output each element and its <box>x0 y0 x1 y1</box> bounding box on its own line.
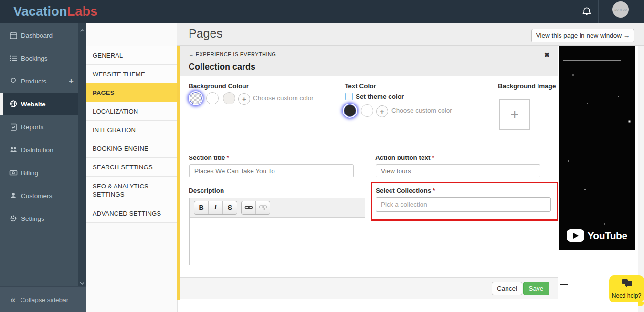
scroll-down-icon[interactable] <box>79 279 85 282</box>
subnav-item-localization[interactable]: LOCALIZATION <box>86 102 177 121</box>
avatar-placeholder-text: 30 x 30 <box>614 8 627 12</box>
collapse-sidebar-label: Collapse sidebar <box>21 296 69 303</box>
italic-button[interactable]: I <box>209 201 223 214</box>
video-divider-line <box>563 60 621 61</box>
collection-cards-panel: ← EXPERIENCE IS EVERYTHING Collection ca… <box>177 46 558 300</box>
subnav-item-seo-analytics-settings[interactable]: SEO & ANALYTICS SETTINGS <box>86 177 177 204</box>
list-icon <box>9 54 18 62</box>
label-text: Section title <box>189 154 225 161</box>
subnav-item-website-theme[interactable]: WEBSITE THEME <box>86 65 177 83</box>
youtube-play-icon <box>567 229 584 242</box>
text-color-add-button[interactable]: + <box>376 105 388 117</box>
panel-header: ← EXPERIENCE IS EVERYTHING Collection ca… <box>180 46 558 76</box>
save-button[interactable]: Save <box>523 282 549 295</box>
subnav-item-general[interactable]: GENERAL <box>86 46 177 65</box>
panel-title: Collection cards <box>189 62 255 72</box>
bg-colour-add-button[interactable]: + <box>238 93 250 105</box>
vacationlabs-logo[interactable]: VacationLabs <box>13 0 97 23</box>
panel-footer: Cancel Save <box>180 277 558 299</box>
sidebar-item-reports[interactable]: Reports <box>0 115 86 138</box>
cancel-button[interactable]: Cancel <box>492 282 522 295</box>
label-text: Action button text <box>375 154 430 161</box>
required-asterisk: * <box>432 154 434 161</box>
description-text-area[interactable] <box>190 218 365 265</box>
sidebar-item-settings[interactable]: Settings <box>0 207 86 230</box>
notifications-bell-icon[interactable] <box>581 6 593 18</box>
section-title-input[interactable] <box>189 164 354 177</box>
action-button-text-input[interactable] <box>376 164 540 177</box>
section-title-label: Section title* <box>189 154 229 161</box>
text-color-swatch-white[interactable] <box>361 104 373 117</box>
text-color-choose-custom-label[interactable]: Choose custom color <box>391 107 452 114</box>
strikethrough-button[interactable]: S <box>223 201 237 214</box>
bg-colour-swatch-transparent[interactable] <box>190 92 202 104</box>
subnav-item-pages[interactable]: PAGES <box>86 83 177 102</box>
topbar-divider <box>598 0 599 23</box>
set-theme-color-checkbox[interactable] <box>345 93 353 100</box>
upload-divider-bottom <box>498 135 533 135</box>
sidebar-item-billing[interactable]: Billing <box>0 161 86 184</box>
bg-colour-swatch-white[interactable] <box>206 92 219 104</box>
select-collections-input[interactable] <box>376 197 551 212</box>
sidebar-scrollbar[interactable] <box>78 23 86 286</box>
bold-button[interactable]: B <box>194 201 209 214</box>
sidebar-item-dashboard[interactable]: Dashboard <box>0 24 86 47</box>
unlink-icon[interactable] <box>256 201 270 214</box>
chat-bubble-front: … <box>625 281 632 286</box>
subnav-label: INTEGRATION <box>93 126 136 134</box>
scroll-up-icon[interactable] <box>79 26 85 30</box>
subnav-label: ADVANCED SETTINGS <box>93 210 161 217</box>
select-collections-label: Select Collections* <box>376 187 435 194</box>
action-button-text-label: Action button text* <box>375 154 434 161</box>
bg-colour-swatch-lightgray[interactable] <box>223 92 235 104</box>
subnav-label: SEARCH SETTINGS <box>93 164 153 171</box>
page-title: Pages <box>189 27 222 41</box>
sidebar-item-products[interactable]: Products + <box>0 70 86 93</box>
plus-icon: + <box>510 106 519 123</box>
chat-bubbles-icon: … <box>622 279 633 288</box>
youtube-video-embed[interactable]: YouTube <box>559 46 635 250</box>
sidebar-item-label: Settings <box>21 215 44 222</box>
link-icon[interactable] <box>242 201 256 214</box>
logo-part-1: Vacation <box>13 4 67 19</box>
sidebar-item-website[interactable]: Website <box>0 93 86 115</box>
gear-icon <box>9 214 18 223</box>
collapse-sidebar-button[interactable]: « Collapse sidebar <box>0 286 86 312</box>
background-image-upload-box[interactable]: + <box>499 99 530 130</box>
top-navbar: VacationLabs 30 x 30 <box>0 0 644 23</box>
label-text: Select Collections <box>376 187 431 194</box>
set-theme-color-label[interactable]: Set theme color <box>356 93 404 100</box>
back-to-page-link[interactable]: ← EXPERIENCE IS EVERYTHING <box>189 52 276 57</box>
close-icon[interactable]: ✖ <box>544 52 549 59</box>
page-scrollbar-track[interactable] <box>638 46 644 312</box>
background-colour-label: Background Colour <box>189 83 249 90</box>
user-icon <box>9 191 18 200</box>
users-icon <box>9 146 18 154</box>
lightbulb-icon <box>9 77 18 85</box>
view-page-new-window-button[interactable]: View this page in new window → <box>531 29 634 42</box>
subnav-item-search-settings[interactable]: SEARCH SETTINGS <box>86 158 177 177</box>
sidebar-item-bookings[interactable]: Bookings <box>0 47 86 70</box>
link-button-group <box>241 201 270 215</box>
subnav-item-booking-engine[interactable]: BOOKING ENGINE <box>86 139 177 158</box>
subnav-item-integration[interactable]: INTEGRATION <box>86 121 177 139</box>
upload-divider-top <box>498 94 533 94</box>
subnav-item-advanced-settings[interactable]: ADVANCED SETTINGS <box>86 204 177 223</box>
double-chevron-left-icon: « <box>11 294 16 305</box>
bg-colour-choose-custom-label[interactable]: Choose custom color <box>253 94 314 102</box>
sidebar-item-distribution[interactable]: Distribution <box>0 138 86 161</box>
page-text-dash <box>560 284 568 285</box>
sidebar-item-customers[interactable]: Customers <box>0 184 86 207</box>
subnav-list: GENERAL WEBSITE THEME PAGES LOCALIZATION… <box>86 46 177 223</box>
user-avatar[interactable]: 30 x 30 <box>612 1 629 18</box>
need-help-button[interactable]: … Need help? <box>609 275 644 302</box>
subnav-label: PAGES <box>93 89 115 96</box>
text-color-swatch-black[interactable] <box>344 104 356 117</box>
description-label: Description <box>189 187 224 194</box>
banknote-icon <box>9 168 18 177</box>
sidebar-item-label: Distribution <box>21 146 53 154</box>
sidebar-item-label: Dashboard <box>21 32 53 39</box>
youtube-wordmark: YouTube <box>587 230 627 241</box>
add-product-button[interactable]: + <box>69 76 74 86</box>
subnav-label: WEBSITE THEME <box>93 71 145 78</box>
